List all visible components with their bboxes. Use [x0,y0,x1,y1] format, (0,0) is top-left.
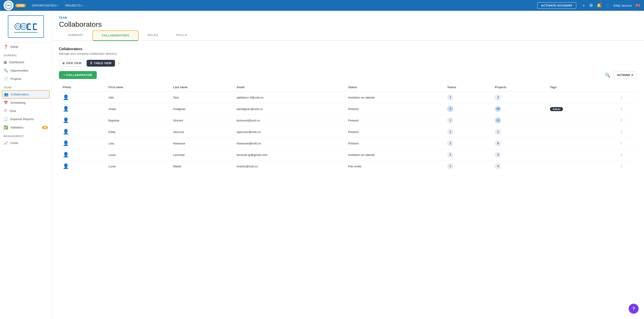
notifications-icon[interactable]: 🔔 [596,3,602,8]
user-name[interactable]: Eddy Jaccoux [614,4,632,7]
cell-row-menu[interactable]: ⋮ [606,149,637,160]
add-collaborator-button[interactable]: + COLLABORATOR [59,71,97,79]
cell-row-menu[interactable]: ⋮ [606,92,637,103]
sidebar-item-collaborators[interactable]: 👥 Collaborators [2,90,50,98]
avatar-icon: 👤 [63,94,69,100]
avatar-icon: 👤 [63,152,69,158]
col-projects: Projects [491,83,546,92]
cell-row-menu[interactable]: ⋮ [606,126,637,138]
sidebar-item-time[interactable]: ⏱ Time [0,107,52,115]
sidebar-section-general: GENERAL [0,51,52,58]
sidebar-item-validation[interactable]: ✅ Validation 69 [0,123,52,132]
action-bar: + COLLABORATOR 🔍 ACTIONS ▾ [59,71,637,79]
cell-projects: 4 [491,160,546,172]
projects-nav[interactable]: PROJECTS ▾ [62,4,85,7]
cell-email: lmartin@ooti.co [233,160,344,172]
cell-firstname: Louis [105,149,170,160]
cell-photo: 👤 [59,115,105,126]
cell-row-menu[interactable]: ⋮ [606,160,637,172]
cell-status: Présent [344,103,444,115]
cell-status: Présent [344,138,444,149]
user-avatar-icon[interactable]: 👤 [605,3,610,8]
sidebar-item-expense-reports[interactable]: 🧾 Expense Reports [0,115,52,123]
table-view-button[interactable]: ☰ TABLE VIEW [87,60,115,66]
cell-lastname: Andignac [170,103,233,115]
settings-icon[interactable]: ⚙ [589,3,593,8]
opportunities-nav[interactable]: OPPORTUNITIES ▾ [29,4,60,7]
svg-text:OO: OO [6,4,10,7]
sidebar-item-label: Time [10,109,16,113]
cell-row-menu[interactable]: ⋮ [606,115,637,126]
cell-projects: 3 [491,149,546,160]
table-row: 👤 Adri Test aleblanc+3@ooti.co Invitatio… [59,92,637,103]
cell-projects: 21 [491,115,546,126]
sidebar-logo [0,11,52,42]
cell-projects: 94 [491,103,546,115]
col-teams: Teams [444,83,491,92]
sidebar-item-label: Expense Reports [10,118,34,121]
col-actions [606,83,637,92]
sidebar-item-dashboard[interactable]: ▦ Dashboard [0,58,52,66]
cell-teams: 1 [444,149,491,160]
tab-roles[interactable]: ROLES [138,30,167,41]
cell-row-menu[interactable]: ⋮ [606,138,637,149]
col-photo: Photo [59,83,105,92]
projects-icon: 📄 [4,77,8,81]
language-flag[interactable]: 🇬🇧 [636,3,640,8]
cell-email: lecomte.lp@gmail.com [233,149,344,160]
sidebar-item-label: Setup [10,45,18,48]
content-area: Collaborators Manage your company collab… [52,41,644,178]
cell-status: Présent [344,126,444,138]
tab-collaborators[interactable]: COLLABORATORS [92,30,139,41]
sidebar-item-costs[interactable]: 📈 Costs [0,139,52,147]
cell-photo: 👤 [59,149,105,160]
logo[interactable]: OO [4,0,14,10]
svg-rect-10 [33,24,37,24]
cell-teams: 3 [444,103,491,115]
scheduling-icon: 📅 [4,100,8,105]
cell-email: aandignac@ooti.co [233,103,344,115]
sidebar-item-opportunities[interactable]: 🔍 Opportunities [0,66,52,75]
svg-point-5 [22,25,25,28]
page-title: Collaborators [59,20,637,28]
cell-email: ejaccoux@ooti.co [233,126,344,138]
cell-photo: 👤 [59,126,105,138]
help-button[interactable]: ? [629,304,638,314]
dashboard-icon: ▦ [4,60,7,64]
add-icon[interactable]: ＋ [582,3,586,8]
col-lastname: Last name [170,83,233,92]
cell-firstname: Baptiste [105,115,170,126]
sidebar-item-label: Scheduling [10,101,26,104]
sidebar: ❓ Setup GENERAL ▦ Dashboard 🔍 Opportunit… [0,11,52,319]
cell-photo: 👤 [59,138,105,149]
cell-photo: 👤 [59,103,105,115]
table-row: 👤 Louis Lecomte lecomte.lp@gmail.com Inv… [59,149,637,160]
cell-tags [546,126,606,138]
cell-tags [546,115,606,126]
sidebar-item-setup[interactable]: ❓ Setup [0,42,52,51]
cell-row-menu[interactable]: ⋮ [606,103,637,115]
sidebar-item-scheduling[interactable]: 📅 Scheduling [0,98,52,107]
grid-view-button[interactable]: ⊞ GRID VIEW [59,60,85,66]
validation-icon: ✅ [4,125,8,130]
sidebar-item-projects[interactable]: 📄 Projects [0,75,52,83]
svg-rect-7 [27,24,31,24]
cell-teams: 1 [444,160,491,172]
activate-account-button[interactable]: ACTIVATE ACCOUNT [537,2,576,9]
cell-firstname: Lisa [105,138,170,149]
cell-lastname: Vincent [170,115,233,126]
cell-email: aleblanc+3@ooti.co [233,92,344,103]
search-icon[interactable]: 🔍 [605,72,610,78]
filter-icon[interactable]: ≡ [118,61,120,65]
tab-skills[interactable]: SKILLS [167,30,196,41]
expense-icon: 🧾 [4,117,8,121]
actions-dropdown-button[interactable]: ACTIONS ▾ [613,71,637,79]
cell-lastname: Haneuse [170,138,233,149]
main-content: TEAM Collaborators SUMMARY COLLABORATORS… [52,11,644,319]
team-label: TEAM [59,16,637,19]
cell-teams: 1 [444,115,491,126]
tab-summary[interactable]: SUMMARY [59,30,92,41]
opportunities-icon: 🔍 [4,68,8,73]
cell-teams: 1 [444,126,491,138]
cell-projects: 8 [491,138,546,149]
